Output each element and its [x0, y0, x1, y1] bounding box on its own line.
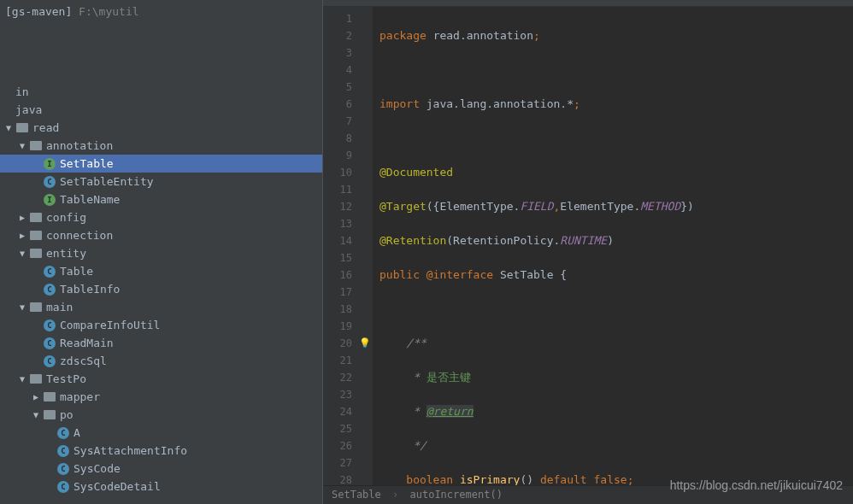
tree-item-po[interactable]: ▼po: [0, 406, 322, 424]
tree-item-compareinfoutil[interactable]: CCompareInfoUtil: [0, 316, 322, 334]
chevron-right-icon[interactable]: ▶: [17, 231, 27, 241]
tree-item-readmain[interactable]: CReadMain: [0, 334, 322, 352]
tree-item-connection[interactable]: ▶connection: [0, 226, 322, 244]
method-isprimary: isPrimary: [460, 473, 520, 485]
line-number[interactable]: 4: [332, 62, 352, 79]
class-icon: C: [43, 355, 56, 368]
tree-label: A: [74, 426, 80, 439]
chevron-down-icon[interactable]: ▼: [17, 249, 27, 259]
tree-label: SysCode: [74, 462, 121, 475]
editor-tabs[interactable]: [323, 0, 853, 7]
line-gutter[interactable]: 1234567891011121314151617181920212223242…: [323, 7, 357, 485]
line-number[interactable]: 25: [332, 420, 352, 437]
chevron-down-icon[interactable]: ▼: [31, 410, 41, 420]
line-number[interactable]: 8: [332, 130, 352, 147]
line-number[interactable]: 14: [332, 232, 352, 249]
chevron-down-icon[interactable]: ▼: [17, 302, 27, 313]
class-icon: C: [56, 462, 70, 476]
tree-item-a[interactable]: CA: [0, 424, 322, 442]
code-content[interactable]: package read.annotation; import java.lan…: [373, 7, 853, 485]
project-sidebar[interactable]: [gs-maven] F:\myutil injava▼read▼annotat…: [0, 0, 323, 504]
class-icon: C: [43, 283, 56, 296]
tree-item-entity[interactable]: ▼entity: [0, 244, 322, 262]
tree-label: SetTableEntity: [60, 175, 154, 188]
chevron-down-icon[interactable]: ▼: [17, 374, 27, 384]
tree-item-tableinfo[interactable]: CTableInfo: [0, 280, 322, 298]
tree-spacer: [0, 23, 322, 83]
line-number[interactable]: 27: [332, 454, 352, 472]
tree-item-settable[interactable]: ISetTable: [0, 155, 322, 173]
line-number[interactable]: 11: [332, 181, 352, 198]
line-number[interactable]: 28: [332, 472, 352, 485]
tree-label: SetTable: [60, 157, 114, 170]
folder-icon: [29, 301, 43, 314]
folder-icon: [43, 390, 56, 404]
line-number[interactable]: 24: [332, 403, 352, 420]
chevron-right-icon: ›: [392, 489, 398, 501]
chevron-right-icon[interactable]: ▶: [17, 213, 27, 223]
tree-item-syscodedetail[interactable]: CSysCodeDetail: [0, 478, 322, 495]
tree-label: main: [46, 301, 73, 314]
line-number[interactable]: 21: [332, 352, 352, 369]
tree-label: zdscSql: [60, 355, 107, 367]
tree-label: SysCodeDetail: [74, 480, 161, 493]
tree-item-syscode[interactable]: CSysCode: [0, 460, 322, 478]
tree-item-in[interactable]: in: [0, 83, 322, 101]
watermark: https://blog.csdn.net/jikuicui7402: [670, 478, 843, 492]
lightbulb-icon[interactable]: 💡: [359, 335, 371, 352]
tree-label: TableInfo: [60, 283, 120, 296]
tree-item-table[interactable]: CTable: [0, 262, 322, 280]
line-number[interactable]: 6: [332, 96, 352, 113]
line-number[interactable]: 1: [332, 10, 352, 27]
tree-item-testpo[interactable]: ▼TestPo: [0, 370, 322, 388]
line-number[interactable]: 9: [332, 147, 352, 164]
tree-label: config: [46, 211, 86, 224]
folder-icon: [15, 121, 29, 135]
line-number[interactable]: 19: [332, 318, 352, 335]
tree-item-tablename[interactable]: ITableName: [0, 190, 322, 208]
line-number[interactable]: 15: [332, 249, 352, 267]
line-number[interactable]: 22: [332, 369, 352, 386]
breadcrumb-class[interactable]: SetTable: [332, 489, 381, 501]
editor-pane: 1234567891011121314151617181920212223242…: [323, 0, 853, 504]
tree-item-annotation[interactable]: ▼annotation: [0, 137, 322, 155]
line-number[interactable]: 18: [332, 301, 352, 318]
chevron-down-icon[interactable]: ▼: [3, 123, 14, 133]
line-number[interactable]: 2: [332, 27, 352, 44]
tree-label: read: [32, 121, 59, 134]
class-icon: C: [43, 337, 56, 350]
chevron-down-icon[interactable]: ▼: [17, 141, 27, 151]
line-number[interactable]: 13: [332, 215, 352, 232]
class-icon: C: [56, 426, 70, 440]
tree-item-sysattachmentinfo[interactable]: CSysAttachmentInfo: [0, 442, 322, 460]
tree-label: connection: [46, 229, 113, 242]
chevron-right-icon[interactable]: ▶: [31, 392, 41, 402]
line-number[interactable]: 26: [332, 437, 352, 454]
tree-item-settableentity[interactable]: CSetTableEntity: [0, 173, 322, 190]
tree-item-java[interactable]: java: [0, 101, 322, 119]
project-path-header: [gs-maven] F:\myutil: [0, 3, 322, 23]
line-number[interactable]: 10: [332, 164, 352, 181]
line-number[interactable]: 16: [332, 267, 352, 284]
interface-icon: I: [43, 193, 56, 207]
class-icon: C: [56, 444, 70, 458]
line-number[interactable]: 23: [332, 386, 352, 403]
line-number[interactable]: 7: [332, 113, 352, 130]
tree-item-main[interactable]: ▼main: [0, 298, 322, 316]
project-tree: injava▼read▼annotationISetTableCSetTable…: [0, 83, 322, 495]
line-number[interactable]: 17: [332, 284, 352, 301]
project-name: [gs-maven]: [5, 5, 72, 18]
tree-label: CompareInfoUtil: [60, 319, 160, 331]
line-number[interactable]: 3: [332, 44, 352, 62]
line-number[interactable]: 5: [332, 79, 352, 96]
tree-item-config[interactable]: ▶config: [0, 208, 322, 226]
class-icon: C: [43, 175, 56, 189]
tree-item-zdscsql[interactable]: CzdscSql: [0, 352, 322, 370]
tree-item-mapper[interactable]: ▶mapper: [0, 388, 322, 406]
tree-label: mapper: [60, 390, 100, 403]
line-number[interactable]: 12: [332, 198, 352, 215]
tree-item-read[interactable]: ▼read: [0, 119, 322, 137]
annotation-retention: @Retention: [379, 234, 446, 247]
line-number[interactable]: 20: [332, 335, 352, 352]
breadcrumb-method[interactable]: autoIncrement(): [410, 489, 503, 501]
